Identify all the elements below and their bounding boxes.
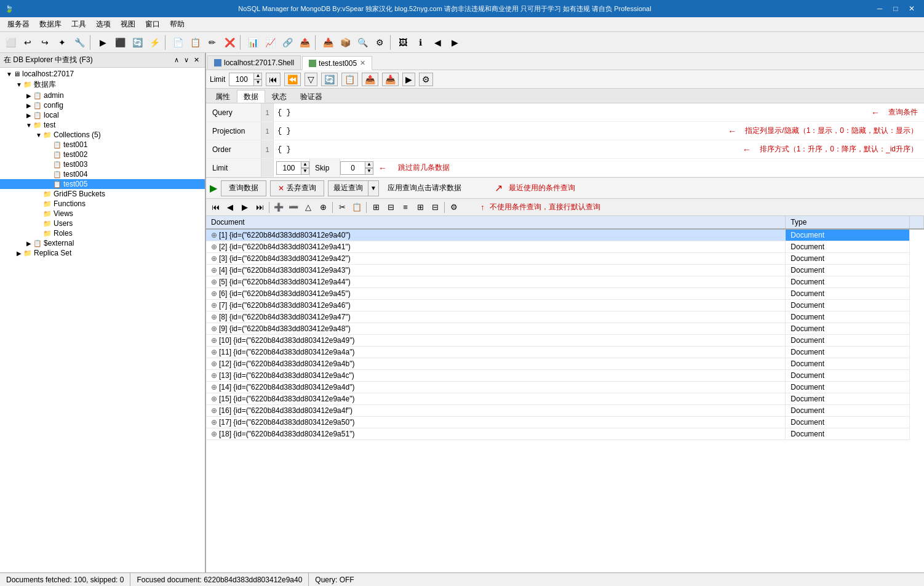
limit-field-spin-up[interactable]: ▲: [301, 161, 309, 168]
dt-last-btn[interactable]: ⏭: [253, 201, 266, 214]
toolbar-btn-16[interactable]: 🔗: [279, 34, 295, 50]
table-row[interactable]: ⊕[16] {id=("6220b84d383dd803412e9a4f")Do…: [206, 405, 924, 417]
row-expand-icon[interactable]: ⊕: [211, 371, 217, 380]
row-expand-icon[interactable]: ⊕: [211, 278, 217, 286]
query-input[interactable]: [274, 103, 869, 121]
toolbar-btn-21[interactable]: ⚙: [372, 34, 388, 50]
menu-item-视图[interactable]: 视图: [116, 18, 140, 31]
toolbar-btn-25[interactable]: ▶: [447, 34, 463, 50]
toolbar-btn-5[interactable]: 🔧: [71, 34, 87, 50]
query-export-btn[interactable]: 📤: [362, 73, 378, 86]
dt-remove-btn[interactable]: ➖: [287, 201, 300, 214]
toolbar-btn-18[interactable]: 📥: [320, 34, 336, 50]
toolbar-btn-20[interactable]: 🔍: [354, 34, 370, 50]
table-row[interactable]: ⊕[9] {id=("6220b84d383dd803412e9a48")Doc…: [206, 323, 924, 335]
toolbar-btn-2[interactable]: ↩: [20, 34, 36, 50]
tree-item-functions[interactable]: 📁Functions: [0, 199, 205, 209]
row-expand-icon[interactable]: ⊕: [211, 301, 217, 310]
sub-tab-status[interactable]: 状态: [265, 90, 293, 103]
tab-shell[interactable]: localhost:27017.Shell: [207, 55, 301, 70]
row-expand-icon[interactable]: ⊕: [211, 406, 217, 415]
menu-item-服务器[interactable]: 服务器: [2, 18, 34, 31]
tree-item-test005[interactable]: 📋test005: [0, 179, 205, 189]
tree-item-test[interactable]: ▼📁test: [0, 120, 205, 130]
table-row[interactable]: ⊕[14] {id=("6220b84d383dd803412e9a4d")Do…: [206, 382, 924, 393]
table-row[interactable]: ⊕[11] {id=("6220b84d383dd803412e9a4a")Do…: [206, 347, 924, 358]
table-row[interactable]: ⊕[1] {id=("6220b84d383dd803412e9a40")Doc…: [206, 229, 924, 241]
row-expand-icon[interactable]: ⊕: [211, 266, 217, 275]
table-row[interactable]: ⊕[10] {id=("6220b84d383dd803412e9a49")Do…: [206, 335, 924, 347]
table-row[interactable]: ⊕[13] {id=("6220b84d383dd803412e9a4c")Do…: [206, 370, 924, 382]
minimize-button[interactable]: ─: [872, 2, 887, 15]
tree-item-roles[interactable]: 📁Roles: [0, 228, 205, 238]
dt-first-btn[interactable]: ⏮: [209, 201, 222, 214]
dt-view1-btn[interactable]: ≡: [399, 201, 412, 214]
tree-item-external[interactable]: ▶📋$external: [0, 238, 205, 248]
menu-item-工具[interactable]: 工具: [66, 18, 91, 31]
tree-item-test002[interactable]: 📋test002: [0, 150, 205, 159]
projection-input[interactable]: [274, 122, 725, 140]
toolbar-btn-1[interactable]: ⬜: [2, 34, 18, 50]
query-import-btn[interactable]: 📥: [382, 73, 399, 86]
sub-tab-validator[interactable]: 验证器: [293, 90, 329, 103]
skip-input[interactable]: [340, 161, 365, 175]
toolbar-btn-4[interactable]: ✦: [54, 34, 70, 50]
query-copy-btn[interactable]: 📋: [341, 73, 358, 86]
row-expand-icon[interactable]: ⊕: [211, 336, 217, 345]
table-row[interactable]: ⊕[8] {id=("6220b84d383dd803412e9a47")Doc…: [206, 311, 924, 323]
row-expand-icon[interactable]: ⊕: [211, 289, 217, 298]
dt-clone-btn[interactable]: ⊕: [316, 201, 330, 214]
dt-view3-btn[interactable]: ⊟: [428, 201, 442, 214]
dt-prev-btn[interactable]: ◀: [223, 201, 237, 214]
table-row[interactable]: ⊕[4] {id=("6220b84d383dd803412e9a43")Doc…: [206, 265, 924, 276]
sub-tab-properties[interactable]: 属性: [209, 90, 237, 103]
query-filter-btn[interactable]: ▽: [305, 73, 317, 86]
table-row[interactable]: ⊕[7] {id=("6220b84d383dd803412e9a46")Doc…: [206, 300, 924, 311]
row-expand-icon[interactable]: ⊕: [211, 324, 217, 333]
row-expand-icon[interactable]: ⊕: [211, 254, 217, 263]
order-input[interactable]: [274, 140, 740, 158]
limit-input[interactable]: [229, 73, 253, 86]
dt-edit-btn[interactable]: △: [301, 201, 315, 214]
row-expand-icon[interactable]: ⊕: [211, 313, 217, 321]
toolbar-btn-24[interactable]: ◀: [429, 34, 445, 50]
toolbar-btn-11[interactable]: 📋: [187, 34, 203, 50]
table-row[interactable]: ⊕[5] {id=("6220b84d383dd803412e9a44")Doc…: [206, 276, 924, 288]
toolbar-btn-22[interactable]: 🖼: [395, 34, 411, 50]
table-row[interactable]: ⊕[6] {id=("6220b84d383dd803412e9a45")Doc…: [206, 288, 924, 300]
tree-item-test004[interactable]: 📋test004: [0, 169, 205, 179]
discard-query-button[interactable]: ✕ 丢弃查询: [270, 180, 324, 196]
menu-item-窗口[interactable]: 窗口: [140, 18, 165, 31]
dt-expand-btn[interactable]: ⊞: [369, 201, 383, 214]
query-prev-btn[interactable]: ⏪: [284, 73, 301, 86]
toolbar-btn-12[interactable]: ✏: [204, 34, 220, 50]
dt-cut-btn[interactable]: ✂: [335, 201, 349, 214]
row-expand-icon[interactable]: ⊕: [211, 231, 217, 239]
toolbar-btn-8[interactable]: 🔄: [129, 34, 145, 50]
tree-item-admin[interactable]: ▶📋admin: [0, 90, 205, 100]
table-row[interactable]: ⊕[17] {id=("6220b84d383dd803412e9a50")Do…: [206, 417, 924, 428]
toolbar-btn-13[interactable]: ❌: [221, 34, 237, 50]
explorer-close-btn[interactable]: ✕: [192, 56, 201, 64]
dt-add-btn[interactable]: ➕: [272, 201, 285, 214]
explorer-expand-btn[interactable]: ∨: [182, 56, 191, 64]
close-button[interactable]: ✕: [904, 2, 919, 15]
menu-item-帮助[interactable]: 帮助: [165, 18, 189, 31]
query-refresh-btn[interactable]: 🔄: [321, 73, 338, 86]
query-first-btn[interactable]: ⏮: [266, 73, 281, 86]
toolbar-btn-14[interactable]: 📊: [245, 34, 261, 50]
row-expand-icon[interactable]: ⊕: [211, 430, 217, 438]
dt-view2-btn[interactable]: ⊞: [413, 201, 427, 214]
query-next-btn[interactable]: ▶: [402, 73, 415, 86]
limit-field-input[interactable]: [276, 161, 301, 175]
tab-collection[interactable]: test.test005 ✕: [302, 56, 372, 70]
toolbar-btn-19[interactable]: 📦: [337, 34, 353, 50]
toolbar-btn-7[interactable]: ⬛: [112, 34, 128, 50]
maximize-button[interactable]: □: [888, 2, 903, 15]
toolbar-btn-10[interactable]: 📄: [170, 34, 186, 50]
menu-item-选项[interactable]: 选项: [91, 18, 116, 31]
dt-copy-btn[interactable]: 📋: [350, 201, 364, 214]
skip-spin-up[interactable]: ▲: [365, 161, 373, 168]
tab-close-btn[interactable]: ✕: [360, 59, 365, 67]
recent-query-button[interactable]: 最近查询: [328, 180, 368, 196]
